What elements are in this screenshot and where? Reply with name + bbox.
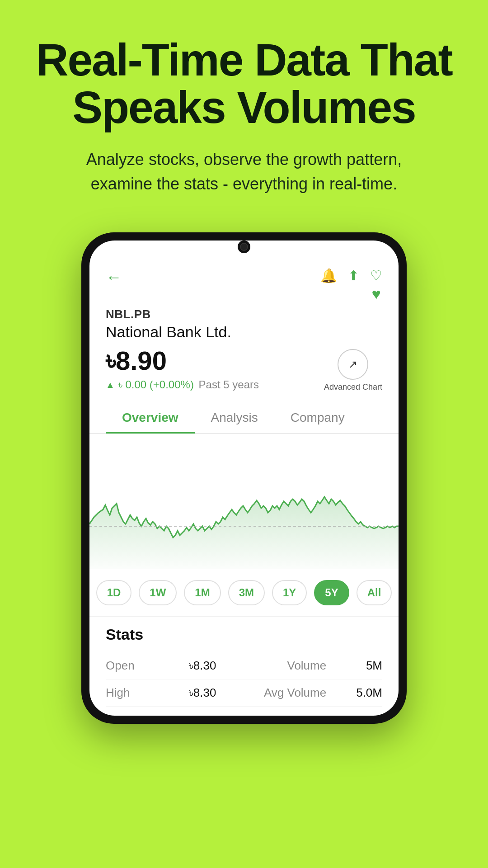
stat-label-volume: Volume <box>236 659 326 673</box>
time-selectors: 1D 1W 1M 3M 1Y 5Y All <box>89 569 399 616</box>
time-btn-1m[interactable]: 1M <box>184 580 221 605</box>
chart-area <box>89 434 399 569</box>
tab-overview[interactable]: Overview <box>106 403 195 434</box>
tabs-row: Overview Analysis Company <box>89 403 399 434</box>
advanced-chart-label: Advanced Chart <box>324 382 382 392</box>
stock-ticker: NBL.PB <box>106 307 382 321</box>
stat-value-high: ৳8.30 <box>189 686 216 700</box>
phone-screen: ← 🔔 ⬆ ♡ ♥ NBL.PB National <box>89 241 399 716</box>
heart-filled-icon[interactable]: ♥ <box>371 285 380 303</box>
stock-price-row: ৳8.90 ▲ ৳ 0.00 (+0.00%) Past 5 years <box>106 345 382 392</box>
time-btn-1d[interactable]: 1D <box>96 580 132 605</box>
stat-value-volume: 5M <box>346 659 382 673</box>
stats-row-open: Open ৳8.30 Volume 5M <box>106 652 382 679</box>
stock-chart <box>89 443 399 569</box>
screen-content: ← 🔔 ⬆ ♡ ♥ NBL.PB National <box>89 241 399 716</box>
price-change: ৳ 0.00 (+0.00%) Past 5 years <box>118 378 259 391</box>
expand-icon: ↗ <box>348 358 357 371</box>
price-change-row: ▲ ৳ 0.00 (+0.00%) Past 5 years <box>106 378 259 391</box>
phone-notch <box>238 241 250 253</box>
page-wrapper: Real-Time Data That Speaks Volumes Analy… <box>0 0 488 868</box>
time-btn-3m[interactable]: 3M <box>228 580 265 605</box>
heart-container: ♡ ♥ <box>370 268 382 303</box>
phone-camera <box>240 243 248 251</box>
stock-name: National Bank Ltd. <box>106 323 382 341</box>
top-right-icons: 🔔 ⬆ ♡ ♥ <box>320 268 382 303</box>
stock-info: NBL.PB National Bank Ltd. ৳8.90 ▲ ৳ 0.00… <box>89 307 399 392</box>
stat-label-high: High <box>106 686 169 700</box>
subtitle: Analyze stocks, observe the growth patte… <box>59 147 429 196</box>
time-btn-1y[interactable]: 1Y <box>272 580 307 605</box>
share-icon[interactable]: ⬆ <box>348 268 359 283</box>
stats-section: Stats Open ৳8.30 Volume 5M High ৳8.30 Av… <box>89 616 399 716</box>
time-btn-5y[interactable]: 5Y <box>314 580 349 605</box>
advanced-chart-button[interactable]: ↗ Advanced Chart <box>324 349 382 392</box>
stat-value-open: ৳8.30 <box>189 659 216 673</box>
stat-label-avg-volume: Avg Volume <box>236 686 326 700</box>
stat-label-open: Open <box>106 659 169 673</box>
time-period-label: Past 5 years <box>199 378 259 391</box>
stats-title: Stats <box>106 626 382 643</box>
time-btn-1w[interactable]: 1W <box>139 580 177 605</box>
stock-price: ৳8.90 <box>106 345 259 377</box>
advanced-chart-circle: ↗ <box>338 349 368 380</box>
time-btn-all[interactable]: All <box>357 580 392 605</box>
headline: Real-Time Data That Speaks Volumes <box>27 36 461 131</box>
price-change-value: ৳ 0.00 (+0.00%) <box>118 378 194 391</box>
phone-outer: ← 🔔 ⬆ ♡ ♥ NBL.PB National <box>81 232 407 724</box>
tab-analysis[interactable]: Analysis <box>195 403 274 434</box>
stat-value-avg-volume: 5.0M <box>346 686 382 700</box>
stats-row-high: High ৳8.30 Avg Volume 5.0M <box>106 679 382 707</box>
up-arrow-icon: ▲ <box>106 380 115 390</box>
back-icon[interactable]: ← <box>106 268 122 287</box>
price-block: ৳8.90 ▲ ৳ 0.00 (+0.00%) Past 5 years <box>106 345 259 391</box>
phone-mockup: ← 🔔 ⬆ ♡ ♥ NBL.PB National <box>81 232 407 724</box>
tab-company[interactable]: Company <box>274 403 361 434</box>
heart-outline-icon[interactable]: ♡ <box>370 268 382 283</box>
bell-icon[interactable]: 🔔 <box>320 268 337 283</box>
